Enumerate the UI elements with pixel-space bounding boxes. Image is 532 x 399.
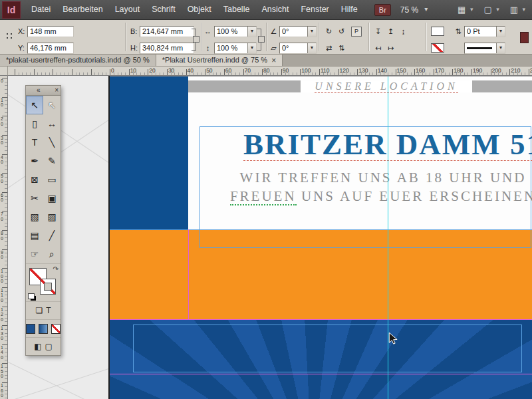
type-tool[interactable]: T — [26, 133, 43, 152]
menu-item-hilfe[interactable]: Hilfe — [335, 0, 364, 19]
vruler-label-10: 10 — [1, 98, 5, 108]
eyedropper-tool[interactable]: ╱ — [43, 226, 61, 245]
gradient-swatch-tool[interactable]: ▧ — [26, 207, 43, 226]
apply-row — [26, 319, 61, 337]
poster-subtext[interactable]: WIR TREFFEN UNS AB 18 UHR UND FREUENUNS … — [197, 168, 532, 205]
hand-tool[interactable]: ☞ — [26, 245, 43, 263]
flip-vertical-button[interactable]: ⇅ — [336, 43, 347, 53]
frame-tool[interactable]: ⊠ — [26, 170, 43, 189]
stroke-style-dropdown[interactable] — [464, 43, 505, 54]
y-label: Y: — [18, 44, 25, 52]
poster-kicker-chip[interactable]: UNSERE LOCATION — [301, 80, 472, 92]
separator — [125, 23, 126, 51]
width-field[interactable]: 214,647 mm — [140, 26, 194, 37]
vruler-label-70: 70 — [1, 211, 5, 221]
line-tool[interactable]: ╲ — [43, 133, 61, 152]
normal-view-mode-button[interactable]: ◧ — [34, 342, 41, 351]
stroke-color-swatch[interactable] — [431, 43, 444, 53]
zoom-tool[interactable]: ⌕ — [43, 245, 61, 263]
y-position-field[interactable]: 46,176 mm — [27, 43, 74, 54]
collapse-panel-icon[interactable]: « — [37, 86, 41, 94]
direct-selection-tool[interactable]: ↖ — [43, 96, 61, 114]
menu-item-tabelle[interactable]: Tabelle — [217, 0, 256, 19]
shear-angle-dropdown[interactable]: 0° — [279, 43, 317, 54]
ruler-origin-corner[interactable] — [0, 66, 8, 76]
gradient-feather-tool[interactable]: ▨ — [43, 207, 61, 226]
apply-gradient-button[interactable] — [39, 324, 48, 334]
poster-blue-column[interactable] — [110, 76, 188, 229]
reference-point-proxy[interactable] — [5, 31, 15, 41]
x-position-field[interactable]: 148 mm — [27, 26, 74, 37]
apply-none-button[interactable] — [51, 324, 61, 334]
flip-horizontal-button[interactable]: ⇄ — [323, 43, 334, 53]
free-transform-tool[interactable]: ▣ — [43, 189, 61, 207]
stroke-swatch[interactable] — [40, 279, 56, 295]
rotate-90-cw-button[interactable]: ↻ — [323, 26, 334, 37]
note-tool[interactable]: ▤ — [26, 226, 43, 245]
formatting-affects-text-button[interactable]: T — [46, 306, 51, 315]
nudge-updown-button[interactable]: ↨ — [398, 26, 409, 37]
pasteboard-wireframe-line — [8, 362, 110, 399]
page-tool[interactable]: ▯ — [26, 114, 43, 133]
zoom-level-dropdown[interactable]: 75 % — [400, 5, 428, 15]
workspace-switcher-icon[interactable]: ▥ — [510, 5, 525, 15]
scale-y-dropdown[interactable]: 100 % — [214, 43, 257, 54]
menu-item-datei[interactable]: Datei — [25, 0, 57, 19]
menu-item-bearbeiten[interactable]: Bearbeiten — [57, 0, 108, 19]
menu-item-ansicht[interactable]: Ansicht — [255, 0, 295, 19]
stroke-weight-dropdown[interactable]: 0 Pt — [464, 26, 505, 37]
scissors-tool[interactable]: ✂ — [26, 189, 43, 207]
rectangle-tool[interactable]: ▭ — [43, 170, 61, 189]
scale-y-icon: ↕ — [202, 43, 213, 53]
formatting-affects-container-button[interactable]: ❏ — [35, 306, 43, 315]
vruler-label-120: 120 — [1, 307, 5, 323]
height-field[interactable]: 340,824 mm — [140, 43, 194, 54]
rotation-angle-dropdown[interactable]: 0° — [279, 26, 317, 37]
hruler-label-140: 140 — [378, 67, 387, 74]
tools-panel-header[interactable]: « × — [26, 86, 61, 96]
formatting-row: ❏ T — [26, 301, 61, 319]
control-panel-flyout-icon[interactable] — [520, 32, 529, 43]
fill-stroke-swatches: ↷ — [26, 263, 61, 301]
menu-item-objekt[interactable]: Objekt — [182, 0, 217, 19]
apply-color-button[interactable] — [26, 324, 35, 334]
default-fill-stroke-icon[interactable] — [28, 293, 35, 299]
vruler-label-140: 140 — [1, 345, 5, 360]
close-tab-icon[interactable]: × — [271, 57, 276, 65]
bridge-button[interactable]: Br — [374, 4, 391, 16]
pencil-tool[interactable]: ✎ — [43, 152, 61, 170]
stroke-weight-spinner-icon[interactable]: ⇅ — [455, 26, 462, 37]
horizontal-magenta-guide[interactable] — [110, 374, 532, 374]
menu-item-fenster[interactable]: Fenster — [295, 0, 334, 19]
separator — [266, 23, 267, 51]
nudge-left-button[interactable]: ↤ — [372, 43, 384, 53]
vertical-ruler[interactable]: 0102030405060708090100110120130140150160 — [0, 76, 8, 399]
bottom-text-frame[interactable] — [133, 325, 522, 372]
nudge-right-button[interactable]: ↦ — [385, 43, 396, 53]
nudge-up-button[interactable]: ↥ — [385, 26, 396, 37]
screen-mode-icon[interactable]: ▢ — [483, 5, 499, 15]
document-tab-inactive[interactable]: *plakat-usertreffen-psdtutorials.indd @ … — [0, 55, 156, 66]
preview-mode-button[interactable]: ▢ — [45, 342, 53, 351]
vertical-magenta-guide[interactable] — [188, 229, 189, 320]
swap-fill-stroke-icon[interactable]: ↷ — [53, 265, 59, 273]
vruler-label-150: 150 — [1, 364, 5, 379]
horizontal-magenta-guide[interactable] — [110, 319, 532, 320]
indesign-window: UNSERE LOCATION BRITZER DAMM 51 WIR TREF… — [0, 0, 532, 399]
menu-item-layout[interactable]: Layout — [109, 0, 146, 19]
hruler-label-70: 70 — [244, 67, 250, 74]
menu-item-schrift[interactable]: Schrift — [146, 0, 181, 19]
selection-tool[interactable]: ↖ — [26, 96, 43, 114]
gap-tool[interactable]: ↔ — [43, 114, 61, 133]
constrain-attributes-button[interactable]: P — [351, 27, 362, 37]
vertical-cyan-guide[interactable] — [388, 76, 388, 399]
document-tab-active[interactable]: *Plakat Usertreffen.indd @ 75 % × — [156, 55, 283, 66]
nudge-down-button[interactable]: ↧ — [372, 26, 384, 37]
fill-color-swatch[interactable] — [431, 27, 444, 36]
arrange-documents-icon[interactable]: ▦ — [458, 5, 473, 15]
horizontal-ruler[interactable]: 0102030405060708090100110120130140150160… — [8, 66, 532, 76]
scale-x-dropdown[interactable]: 100 % — [214, 26, 257, 37]
pen-tool[interactable]: ✒ — [26, 152, 43, 170]
close-panel-icon[interactable]: × — [55, 86, 59, 94]
rotate-90-ccw-button[interactable]: ↺ — [336, 26, 347, 37]
